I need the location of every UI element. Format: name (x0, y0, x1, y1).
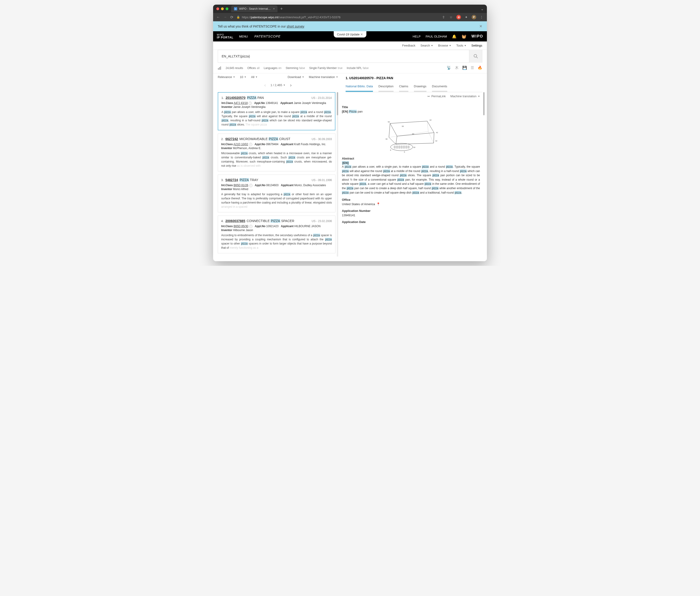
filter-offices[interactable]: Offices all (247, 67, 259, 70)
help-icon[interactable]: ? (249, 225, 252, 228)
menu-icon[interactable]: ⋮ (479, 15, 484, 19)
pin-icon: 📍 (376, 202, 380, 206)
abstract-lang: [EN] (342, 161, 349, 165)
office-value: United States of America (342, 202, 375, 206)
appdate-label: Application Date (342, 220, 480, 224)
forward-button[interactable]: → (223, 15, 227, 19)
sort-dropdown[interactable]: Relevance▼ (218, 75, 235, 79)
basket-icon[interactable]: 🧺 (461, 34, 466, 39)
result-id[interactable]: 6627242 (225, 137, 238, 141)
result-card[interactable]: 4. 20060037885 CONNECTIBLE PIZZA SPACER … (218, 215, 335, 253)
svg-line-1 (476, 57, 478, 58)
user-name[interactable]: PAUL OLDHAM (426, 35, 447, 38)
filter-npl[interactable]: Include NPL false (347, 67, 369, 70)
search-input[interactable] (218, 54, 469, 58)
maximize-window-icon[interactable] (226, 7, 228, 10)
result-card[interactable]: 2. 6627242 MICROWAVEABLE PIZZA CRUST US … (218, 134, 335, 171)
tab-close-icon[interactable]: × (273, 7, 275, 10)
appnum-label: Application Number (342, 209, 480, 212)
settings-link[interactable]: Settings (471, 44, 482, 47)
detail-toolbar: ⫘PermaLink Machine translation ▼ (342, 92, 480, 100)
feedback-link[interactable]: Feedback (402, 44, 415, 47)
profile-icon[interactable]: P (472, 15, 476, 20)
survey-text: Tell us what you think of PATENTSCOPE in… (218, 25, 286, 28)
bookmark-icon[interactable]: ☆ (449, 15, 453, 19)
result-title: PIZZA PAN (247, 96, 264, 100)
close-window-icon[interactable] (216, 7, 219, 10)
survey-link[interactable]: short survey (287, 25, 304, 28)
help-link[interactable]: HELP (413, 35, 421, 38)
detail-mt-dropdown[interactable]: Machine translation ▼ (450, 95, 480, 98)
survey-banner: Tell us what you think of PATENTSCOPE in… (213, 21, 487, 31)
extension-icon[interactable]: ⊘ (456, 15, 461, 20)
tab-claims[interactable]: Claims (399, 83, 408, 90)
rss-icon[interactable]: 📡 (447, 66, 451, 70)
help-icon[interactable]: ? (249, 143, 252, 146)
search-button[interactable] (469, 50, 482, 63)
result-id[interactable]: 20140020570 (226, 96, 246, 100)
extensions-icon[interactable]: ✦ (464, 15, 468, 19)
pager: ‹ 1 / 2,465 ▼ › (213, 81, 343, 89)
filter-family[interactable]: Single Family Member true (309, 67, 343, 70)
result-index: 4. (221, 219, 224, 223)
result-id[interactable]: 20060037885 (225, 219, 245, 223)
filter-stemming[interactable]: Stemming false (285, 67, 305, 70)
svg-text:42: 42 (436, 131, 438, 134)
list-icon[interactable]: ☰ (471, 66, 474, 70)
svg-text:6: 6 (404, 151, 405, 153)
result-date: US - 09.01.1996 (312, 179, 332, 182)
tab-title: WIPO - Search International an (239, 7, 271, 10)
scope-dropdown[interactable]: All▼ (251, 75, 257, 79)
tab-documents[interactable]: Documents (432, 83, 447, 90)
stats-icon[interactable] (218, 66, 221, 70)
page-position[interactable]: 1 / 2,465 ▼ (271, 83, 285, 87)
download-dropdown[interactable]: Download▼ (288, 75, 304, 79)
patentscope-label: PATENTSCOPE (254, 34, 280, 38)
wipo-brand[interactable]: WIPO IP PORTAL (217, 34, 233, 39)
result-card[interactable]: 1. 20140020570 PIZZA PAN US - 23.01.2014… (218, 92, 335, 130)
filter-languages[interactable]: Languages en (264, 67, 282, 70)
new-tab-button[interactable]: + (280, 6, 283, 11)
detail-body: Title [EN] Pizza pan 5042 (342, 100, 480, 227)
result-abstract: Microwaveable pizza crusts, which when h… (221, 151, 332, 168)
tab-biblio[interactable]: National Biblio. Data (346, 83, 373, 90)
window-dropdown-icon[interactable]: ⌄ (481, 7, 484, 11)
result-meta: Int.Class B65D 85/30? Appl.No 10921423 A… (221, 225, 332, 228)
reload-button[interactable]: ⟳ (230, 15, 233, 20)
mt-dropdown[interactable]: Machine translation▼ (309, 75, 338, 79)
tree-icon[interactable]: ⽊ (455, 66, 459, 70)
result-date: US - 23.02.2006 (312, 219, 332, 223)
back-button[interactable]: ← (216, 15, 220, 19)
address-bar[interactable]: 🔒 https://patentscope.wipo.int/search/en… (236, 16, 438, 19)
covid-badge[interactable]: Covid-19 Update✕ (334, 31, 367, 37)
result-id[interactable]: 5482724 (225, 178, 238, 182)
tools-menu[interactable]: Tools ▼ (456, 44, 466, 47)
result-title: CONNECTIBLE PIZZA SPACER (247, 219, 294, 223)
survey-close-icon[interactable]: ✕ (479, 24, 482, 28)
svg-rect-3 (219, 67, 220, 70)
page-next-button[interactable]: › (290, 82, 292, 88)
browse-menu[interactable]: Browse ▼ (438, 44, 451, 47)
covid-close-icon[interactable]: ✕ (360, 33, 363, 36)
save-icon[interactable]: 💾 (462, 66, 467, 70)
wipo-logo[interactable]: WIPO (471, 34, 483, 38)
permalink-button[interactable]: ⫘PermaLink (427, 95, 446, 98)
bell-icon[interactable]: 🔔 (452, 34, 456, 39)
minimize-window-icon[interactable] (221, 7, 224, 10)
tab-drawings[interactable]: Drawings (414, 83, 426, 90)
share-icon[interactable]: ⇧ (442, 15, 446, 19)
browser-tab[interactable]: ≡ WIPO - Search International an × (231, 5, 277, 12)
result-card[interactable]: 3. 5482724 PIZZA TRAY US - 09.01.1996 In… (218, 175, 335, 212)
tab-description[interactable]: Description (378, 83, 394, 90)
secondary-nav: Feedback Search ▼ Browse ▼ Tools ▼ Setti… (213, 42, 487, 50)
result-date: US - 30.09.2003 (312, 137, 332, 141)
help-icon[interactable]: ? (249, 184, 252, 187)
pagesize-dropdown[interactable]: 10▼ (240, 75, 246, 79)
svg-text:36: 36 (385, 138, 388, 140)
menu-button[interactable]: MENU (239, 35, 248, 38)
svg-text:32: 32 (435, 140, 437, 142)
flame-icon[interactable]: 🔥 (478, 66, 482, 70)
page-prev-button[interactable]: ‹ (264, 82, 266, 88)
help-icon[interactable]: ? (249, 102, 252, 105)
search-menu[interactable]: Search ▼ (420, 44, 433, 47)
